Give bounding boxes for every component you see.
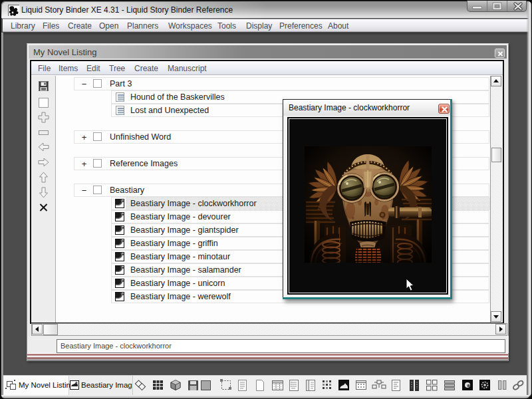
svg-text:Beastiary Imag: Beastiary Imag [81,381,132,389]
svg-text:My Novel Listin: My Novel Listin [19,381,70,389]
